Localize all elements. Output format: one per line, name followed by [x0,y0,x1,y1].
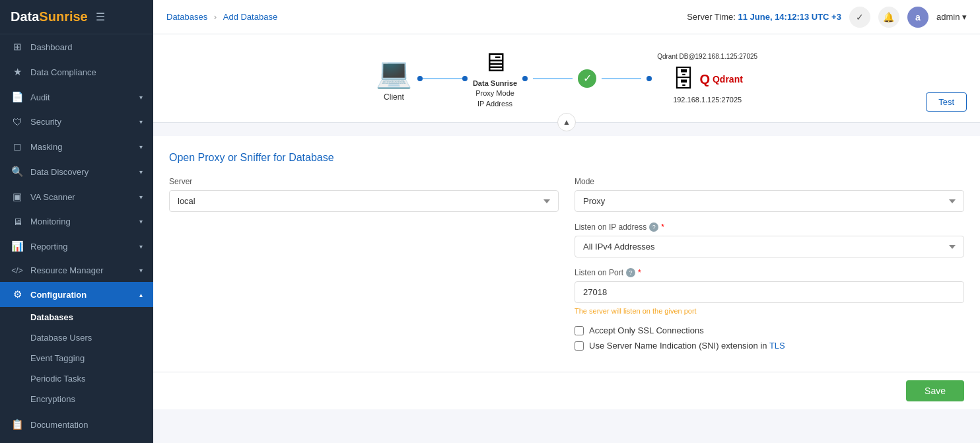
sidebar-sub-item-database-users[interactable]: Database Users [0,327,153,348]
sidebar-sub-item-encryptions[interactable]: Encryptions [0,389,153,409]
sidebar-item-label: Dashboard [30,42,143,52]
server-time-label: Server Time: [687,12,736,22]
mode-select[interactable]: Proxy Sniffer [575,190,964,212]
line-h [423,78,462,79]
sidebar-sub-item-databases[interactable]: Databases [0,307,153,327]
sidebar-item-data-compliance[interactable]: ★ Data Compliance [0,59,153,85]
main-area: Databases › Add Database Server Time: 11… [153,0,980,443]
connection-check-icon: ✓ [578,69,596,88]
proxy-server-icon: 🖥 [482,48,508,77]
laptop-icon: 💻 [376,55,412,90]
reporting-icon: 📊 [11,240,24,252]
proxy-label: Data Sunrise Proxy Mode IP Address [473,79,517,109]
sidebar-item-documentation[interactable]: 📋 Documentation [0,412,153,437]
tls-link[interactable]: TLS [769,341,785,351]
collapse-diagram-button[interactable]: ▲ [557,113,576,131]
chevron-down-icon: ▾ [139,267,143,274]
section-title: Open Proxy or Sniffer for Database [169,152,964,164]
server-label: Server [169,177,559,186]
line-dot [522,76,528,81]
connection-diagram: 💻 Client 🖥 Data Sunrise Proxy Mode IP Ad… [153,34,980,123]
ssl-checkbox[interactable] [575,326,584,335]
sidebar-item-label: VA Scanner [30,192,139,202]
diagram-inner: 💻 Client 🖥 Data Sunrise Proxy Mode IP Ad… [376,48,757,109]
sidebar-item-security[interactable]: 🛡 Security ▾ [0,110,153,134]
logo-area: DataSunrise ☰ [0,0,153,34]
listen-ip-label-text: Listen on IP address [575,222,647,232]
version-label: Version 10.1.0.11978 [0,437,153,443]
proxy-label-line3: IP Address [477,100,512,108]
port-hint-text: The server will listen on the given port [575,307,964,315]
line-dot [647,76,652,81]
diagram-db: Qdrant DB@192.168.1.125:27025 🗄 Q Qdrant… [657,53,757,104]
tasks-icon[interactable]: ✓ [849,7,870,28]
listen-port-info-icon[interactable]: ? [626,268,635,277]
test-button[interactable]: Test [926,92,967,112]
section-title-end: Database [289,152,334,163]
sni-checkbox[interactable] [575,341,584,351]
database-icon: 🗄 [672,65,695,93]
server-select[interactable]: local remote [169,190,559,212]
chevron-down-icon: ▾ [139,94,143,101]
mode-label: Mode [575,177,964,186]
form-row-server-mode: Server local remote Mode Proxy Sniffer [169,177,964,212]
listen-ip-select[interactable]: All IPv4 Addresses 0.0.0.0 127.0.0.1 [575,236,964,257]
listen-ip-label: Listen on IP address ? * [575,222,964,232]
header-right: Server Time: 11 June, 14:12:13 UTC +3 ✓ … [687,7,967,28]
breadcrumb: Databases › Add Database [166,12,687,22]
audit-icon: 📄 [11,91,24,103]
sidebar-item-label: Data Discovery [30,167,139,177]
chevron-down-icon: ▾ [962,12,967,22]
sidebar-item-data-discovery[interactable]: 🔍 Data Discovery ▾ [0,159,153,184]
listen-port-input[interactable] [575,281,964,303]
chevron-down-icon: ▾ [139,193,143,201]
line-proxy-db: ✓ [522,69,652,88]
sidebar-item-reporting[interactable]: 📊 Reporting ▾ [0,234,153,259]
chevron-down-icon: ▾ [139,168,143,176]
sidebar-item-dashboard[interactable]: ⊞ Dashboard [0,34,153,59]
admin-menu[interactable]: admin ▾ [936,12,967,22]
ssl-checkbox-label: Accept Only SSL Connections [589,325,704,335]
sidebar-item-audit[interactable]: 📄 Audit ▾ [0,85,153,110]
line-h [602,78,641,79]
save-button[interactable]: Save [906,380,964,401]
notifications-icon[interactable]: 🔔 [878,7,899,28]
logo-sunrise: Sunrise [39,9,87,24]
listen-ip-info-icon[interactable]: ? [649,222,658,232]
sub-item-label: Encryptions [30,394,75,404]
mode-label-text: Mode [575,177,594,186]
diagram-client: 💻 Client [376,55,412,102]
sidebar-toggle-icon[interactable]: ☰ [96,11,105,23]
sni-checkbox-row: Use Server Name Indication (SNI) extensi… [575,341,964,351]
sidebar-sub-item-event-tagging[interactable]: Event Tagging [0,348,153,368]
breadcrumb-separator: › [214,12,219,22]
breadcrumb-root[interactable]: Databases [166,12,207,22]
section-title-plain: Open Proxy or Sniffer [169,152,273,163]
sidebar-item-resource-manager[interactable]: </> Resource Manager ▾ [0,259,153,282]
sidebar-item-monitoring[interactable]: 🖥 Monitoring ▾ [0,209,153,234]
masking-icon: ◻ [11,141,24,153]
monitoring-icon: 🖥 [11,216,24,227]
form-group-server: Server local remote [169,177,559,212]
form-row-listen-port: Listen on Port ? * The server will liste… [575,268,964,315]
avatar: a [907,7,928,28]
chevron-down-icon: ▾ [139,218,143,225]
qdrant-q-icon: Q [699,72,710,87]
sidebar-sub-item-periodic-tasks[interactable]: Periodic Tasks [0,368,153,389]
sidebar-item-masking[interactable]: ◻ Masking ▾ [0,134,153,159]
dashboard-icon: ⊞ [11,41,24,53]
server-time-value: 11 June, 14:12:13 UTC +3 [738,12,841,22]
form-group-listen-port: Listen on Port ? * The server will liste… [575,268,964,315]
qdrant-text: Qdrant [713,74,743,85]
sidebar-item-configuration[interactable]: ⚙ Configuration ▴ [0,282,153,307]
sidebar-item-label: Configuration [30,290,139,300]
proxy-label-line1: Data Sunrise [473,79,517,88]
db-address: 192.168.1.125:27025 [673,96,742,104]
sni-checkbox-label: Use Server Name Indication (SNI) extensi… [589,341,785,351]
listen-port-label-text: Listen on Port [575,268,623,277]
va-scanner-icon: ▣ [11,191,24,203]
line-dot [417,76,423,81]
sidebar-item-va-scanner[interactable]: ▣ VA Scanner ▾ [0,184,153,209]
required-indicator: * [638,268,641,277]
sidebar-item-label: Resource Manager [30,265,139,275]
